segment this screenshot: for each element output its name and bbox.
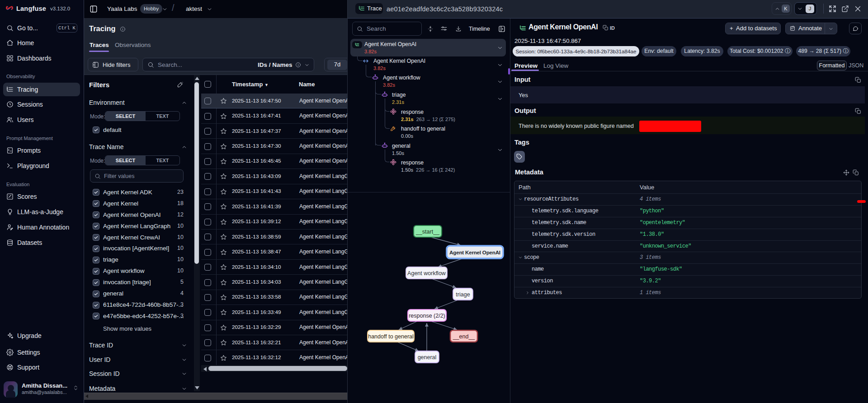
svg-text:__start__: __start__ xyxy=(415,229,440,235)
svg-text:__end__: __end__ xyxy=(453,333,476,340)
svg-text:Agent Kernel OpenAI: Agent Kernel OpenAI xyxy=(449,249,500,255)
svg-text:handoff to general: handoff to general xyxy=(368,333,414,340)
svg-text:Agent workflow: Agent workflow xyxy=(407,270,446,276)
svg-text:general: general xyxy=(418,354,437,361)
svg-text:response (2/2): response (2/2) xyxy=(409,313,445,319)
svg-text:triage: triage xyxy=(456,291,470,298)
